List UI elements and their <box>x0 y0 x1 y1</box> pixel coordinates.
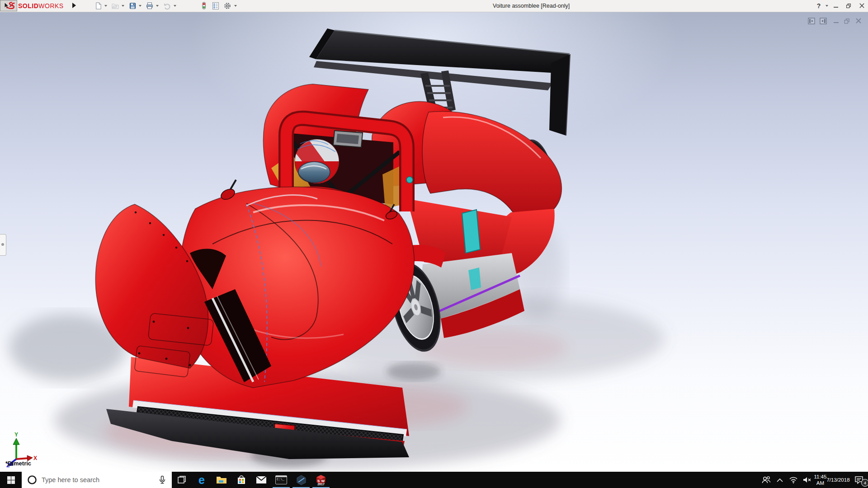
wifi-icon <box>789 476 798 483</box>
undo-icon <box>163 2 171 10</box>
title-bar: SOLIDWORKS <box>0 0 868 12</box>
windows-taskbar: e C:\_ <box>0 472 868 488</box>
minimize-icon <box>833 3 839 9</box>
pane-left-icon <box>808 18 815 24</box>
mail-icon <box>256 476 267 484</box>
document-restore-icon <box>844 18 850 24</box>
task-view-icon <box>177 475 186 484</box>
pane-left-button[interactable] <box>807 17 816 24</box>
rebuild-button[interactable] <box>200 1 208 10</box>
network-button[interactable] <box>787 472 800 488</box>
close-icon <box>859 3 865 9</box>
taskbar-clock[interactable]: 11:45 AM 7/13/2018 <box>814 474 850 486</box>
cortana-icon <box>27 475 37 485</box>
open-dropdown[interactable] <box>122 5 124 7</box>
clock-time: 11:45 AM <box>814 474 826 486</box>
taskbar-file-explorer[interactable] <box>212 472 231 488</box>
taskbar-edge[interactable]: e <box>192 472 212 488</box>
solidworks-2017-icon: S W 2017 <box>316 474 326 485</box>
restore-button[interactable] <box>843 1 854 10</box>
print-dropdown[interactable] <box>156 5 159 7</box>
document-minimize-icon <box>833 18 839 24</box>
taskbar-store[interactable] <box>231 472 251 488</box>
start-button[interactable] <box>0 472 22 488</box>
triad-y-label: Y <box>14 432 18 438</box>
taskbar-mail[interactable] <box>251 472 271 488</box>
print-button[interactable] <box>146 1 154 10</box>
microphone-icon[interactable] <box>158 475 166 484</box>
options-button[interactable] <box>223 1 231 10</box>
options-gear-icon <box>223 2 231 10</box>
taskbar-search[interactable] <box>22 472 172 488</box>
taskbar-solidworks-2017[interactable]: S W 2017 <box>311 472 331 488</box>
driver-helmet <box>295 139 339 183</box>
graphics-viewport[interactable]: Y X Z *Dimetric <box>0 12 868 472</box>
solidworks-logo-text: SOLIDWORKS <box>18 2 64 9</box>
undo-button[interactable] <box>163 1 171 10</box>
print-icon <box>146 2 154 10</box>
file-explorer-icon <box>216 475 227 484</box>
task-view-button[interactable] <box>172 472 192 488</box>
save-dropdown[interactable] <box>139 5 142 7</box>
document-restore-button[interactable] <box>843 17 851 24</box>
search-input[interactable] <box>41 476 158 484</box>
speaker-mute-icon <box>802 476 811 483</box>
solidworks-ds-icon <box>6 1 16 10</box>
model-3d-car[interactable] <box>0 12 868 472</box>
save-button[interactable] <box>128 1 137 10</box>
pane-right-icon <box>820 18 827 24</box>
new-document-dropdown[interactable] <box>104 5 107 7</box>
command-prompt-icon: C:\_ <box>275 475 287 484</box>
view-orientation-label: *Dimetric <box>5 460 31 467</box>
taskbar-hexagon-app[interactable] <box>291 472 311 488</box>
file-properties-icon <box>212 2 220 10</box>
triad-x-label: X <box>33 455 37 461</box>
restore-icon <box>845 3 852 9</box>
toolbar-flyout-arrow-icon[interactable] <box>72 3 76 8</box>
document-close-icon <box>855 18 862 24</box>
undo-dropdown[interactable] <box>174 5 176 7</box>
solidworks-logo: SOLIDWORKS <box>6 1 64 10</box>
clock-date: 7/13/2018 <box>826 477 849 483</box>
help-dropdown[interactable] <box>826 5 828 7</box>
open-button[interactable] <box>111 1 119 10</box>
chevron-up-icon <box>777 478 783 482</box>
volume-button[interactable] <box>800 472 814 488</box>
pane-right-button[interactable] <box>819 17 827 24</box>
save-floppy-icon <box>129 2 137 10</box>
windows-logo-icon <box>7 476 15 484</box>
minimize-button[interactable] <box>830 1 842 10</box>
action-center-button[interactable]: 4 <box>850 472 868 488</box>
document-close-button[interactable] <box>854 17 863 24</box>
file-properties-button[interactable] <box>212 1 220 10</box>
taskbar-command-prompt[interactable]: C:\_ <box>271 472 291 488</box>
people-icon <box>762 476 771 484</box>
window-title: Voiture assomblee [Read-only] <box>493 3 570 9</box>
collapsed-panel-tab[interactable] <box>0 234 6 256</box>
notification-badge: 4 <box>861 479 868 487</box>
options-dropdown[interactable] <box>234 5 237 7</box>
dark-hexagon-app-icon <box>296 475 307 485</box>
system-tray: 11:45 AM 7/13/2018 4 <box>760 472 868 488</box>
close-button[interactable] <box>856 1 868 10</box>
store-icon <box>236 475 246 485</box>
edge-icon: e <box>198 474 205 486</box>
new-document-icon <box>94 2 102 10</box>
open-folder-icon <box>111 2 119 10</box>
new-document-button[interactable] <box>94 1 102 10</box>
document-minimize-button[interactable] <box>832 17 840 24</box>
people-button[interactable] <box>760 472 773 488</box>
help-button[interactable]: ? <box>813 1 825 10</box>
rebuild-traffic-light-icon <box>200 1 208 10</box>
hidden-icons-button[interactable] <box>773 472 787 488</box>
